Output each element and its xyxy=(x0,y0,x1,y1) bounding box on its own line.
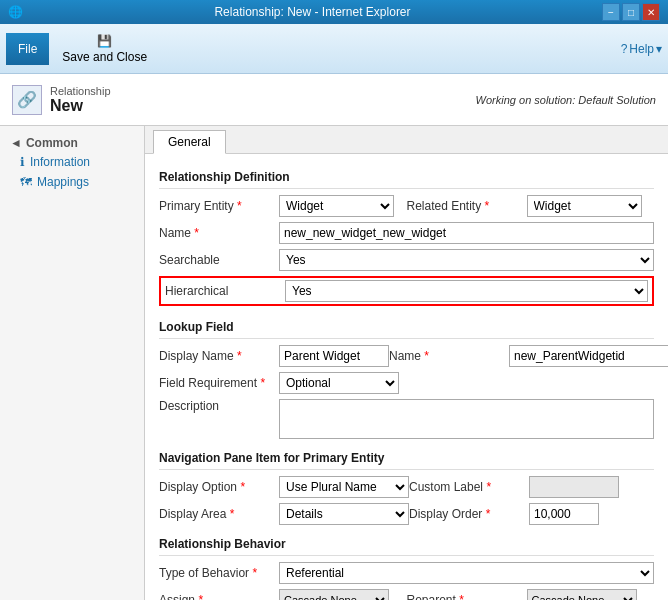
type-of-behavior-label: Type of Behavior * xyxy=(159,566,279,580)
restore-button[interactable]: □ xyxy=(622,3,640,21)
primary-entity-select[interactable]: Widget xyxy=(279,195,394,217)
file-button[interactable]: File xyxy=(6,33,49,65)
mappings-icon: 🗺 xyxy=(20,175,32,189)
navigation-pane-header: Navigation Pane Item for Primary Entity xyxy=(159,445,654,470)
primary-entity-col: Primary Entity * Widget xyxy=(159,195,407,217)
close-button[interactable]: ✕ xyxy=(642,3,660,21)
hierarchical-select[interactable]: Yes xyxy=(285,280,648,302)
sidebar-item-mappings[interactable]: 🗺 Mappings xyxy=(0,172,144,192)
display-order-label: Display Order * xyxy=(409,507,529,521)
custom-label-col: Custom Label * xyxy=(409,476,654,498)
tabs-bar: General xyxy=(145,126,668,154)
display-option-label: Display Option * xyxy=(159,480,279,494)
description-label: Description xyxy=(159,399,279,413)
custom-label-label: Custom Label * xyxy=(409,480,529,494)
searchable-label: Searchable xyxy=(159,253,279,267)
name-row: Name * xyxy=(159,222,654,244)
reparent-label: Reparent * xyxy=(407,593,527,600)
display-area-row: Display Area * Details Display Order * xyxy=(159,503,654,525)
display-option-col: Display Option * Use Plural Name xyxy=(159,476,409,498)
save-icon: 💾 xyxy=(97,34,112,48)
related-entity-col: Related Entity * Widget xyxy=(407,195,655,217)
display-name-label: Display Name * xyxy=(159,349,279,363)
relationship-definition-header: Relationship Definition xyxy=(159,164,654,189)
display-option-value: Use Plural Name xyxy=(279,476,409,498)
name-right-input[interactable] xyxy=(509,345,668,367)
field-requirement-row: Field Requirement * Optional xyxy=(159,372,654,394)
display-order-input[interactable] xyxy=(529,503,599,525)
entity-icon: 🔗 xyxy=(12,85,42,115)
assign-label: Assign * xyxy=(159,593,279,600)
display-name-row: Display Name * Name * xyxy=(159,345,654,367)
name-right-col: Name * xyxy=(389,345,668,367)
name-right-label: Name * xyxy=(389,349,509,363)
common-label: Common xyxy=(26,136,78,150)
reparent-col: Reparent * Cascade None xyxy=(407,589,655,600)
save-close-button[interactable]: 💾 Save and Close xyxy=(55,27,154,71)
lookup-field-header: Lookup Field xyxy=(159,314,654,339)
display-order-col: Display Order * xyxy=(409,503,654,525)
sidebar: ◄ Common ℹ Information 🗺 Mappings xyxy=(0,126,145,600)
save-close-label: Save and Close xyxy=(62,50,147,64)
description-textarea[interactable] xyxy=(279,399,654,439)
title-bar: 🌐 Relationship: New - Internet Explorer … xyxy=(0,0,668,24)
display-name-col: Display Name * xyxy=(159,345,389,367)
assign-col: Assign * Cascade None xyxy=(159,589,407,600)
primary-entity-label: Primary Entity * xyxy=(159,199,279,213)
field-requirement-select[interactable]: Optional xyxy=(279,372,399,394)
header-area: 🔗 Relationship New Working on solution: … xyxy=(0,74,668,126)
main-layout: ◄ Common ℹ Information 🗺 Mappings Genera… xyxy=(0,126,668,600)
sidebar-item-information-label: Information xyxy=(30,155,90,169)
searchable-select[interactable]: Yes xyxy=(279,249,654,271)
assign-value: Cascade None xyxy=(279,589,407,600)
relationship-behavior-header: Relationship Behavior xyxy=(159,531,654,556)
reparent-value: Cascade None xyxy=(527,589,655,600)
display-name-input[interactable] xyxy=(279,345,389,367)
primary-entity-required: * xyxy=(237,199,242,213)
sidebar-section-common: ◄ Common xyxy=(0,132,144,152)
hierarchical-control: Yes xyxy=(285,280,648,302)
content-area: General Relationship Definition Primary … xyxy=(145,126,668,600)
name-right-value xyxy=(509,345,668,367)
window-controls: − □ ✕ xyxy=(602,3,660,21)
field-requirement-control: Optional xyxy=(279,372,654,394)
collapse-icon: ◄ xyxy=(10,136,22,150)
description-control xyxy=(279,399,654,439)
related-entity-label: Related Entity * xyxy=(407,199,527,213)
hierarchical-row: Hierarchical Yes xyxy=(159,276,654,306)
assign-select[interactable]: Cascade None xyxy=(279,589,389,600)
field-requirement-label: Field Requirement * xyxy=(159,376,279,390)
reparent-select[interactable]: Cascade None xyxy=(527,589,637,600)
custom-label-input[interactable] xyxy=(529,476,619,498)
type-of-behavior-control: Referential xyxy=(279,562,654,584)
name-label: Name * xyxy=(159,226,279,240)
sidebar-item-information[interactable]: ℹ Information xyxy=(0,152,144,172)
entity-info: Relationship New xyxy=(50,85,111,115)
working-on-label: Working on solution: Default Solution xyxy=(476,94,656,106)
window-title: Relationship: New - Internet Explorer xyxy=(23,5,602,19)
name-control xyxy=(279,222,654,244)
related-entity-required: * xyxy=(485,199,490,213)
chevron-down-icon: ▾ xyxy=(656,42,662,56)
display-name-value xyxy=(279,345,389,367)
tab-general[interactable]: General xyxy=(153,130,226,154)
related-entity-value: Widget xyxy=(527,195,655,217)
related-entity-select[interactable]: Widget xyxy=(527,195,642,217)
type-of-behavior-select[interactable]: Referential xyxy=(279,562,654,584)
name-input[interactable] xyxy=(279,222,654,244)
help-icon: ? xyxy=(621,42,628,56)
help-link[interactable]: ? Help ▾ xyxy=(621,42,662,56)
display-option-row: Display Option * Use Plural Name Custom … xyxy=(159,476,654,498)
display-area-select[interactable]: Details xyxy=(279,503,409,525)
hierarchical-label: Hierarchical xyxy=(165,284,285,298)
searchable-control: Yes xyxy=(279,249,654,271)
display-area-label: Display Area * xyxy=(159,507,279,521)
minimize-button[interactable]: − xyxy=(602,3,620,21)
description-row: Description xyxy=(159,399,654,439)
assign-reparent-row: Assign * Cascade None Reparent * xyxy=(159,589,654,600)
primary-entity-value: Widget xyxy=(279,195,407,217)
custom-label-value xyxy=(529,476,654,498)
display-option-select[interactable]: Use Plural Name xyxy=(279,476,409,498)
entity-header: 🔗 Relationship New xyxy=(12,85,111,115)
ribbon: File 💾 Save and Close ? Help ▾ xyxy=(0,24,668,74)
